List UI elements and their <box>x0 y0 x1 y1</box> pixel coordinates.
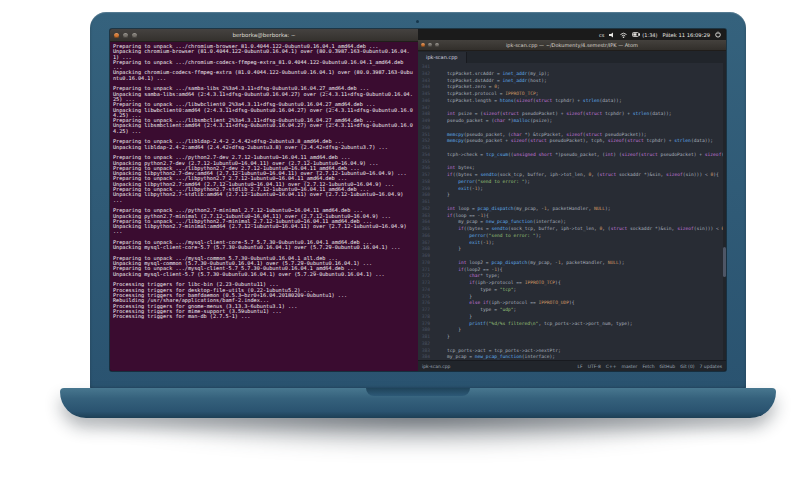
terminal-titlebar[interactable]: berborka@berborka: ~ <box>110 29 418 42</box>
line-number: 378 <box>418 314 430 321</box>
session-menu[interactable] <box>715 31 721 38</box>
minimize-button[interactable] <box>123 33 128 38</box>
line-number: 349 <box>418 118 430 125</box>
right-column: cs (1:34) Pátek 11 16:09:29 <box>418 29 726 371</box>
status-item-utf-8[interactable]: UTF-8 <box>588 364 601 369</box>
line-number: 370 <box>418 260 430 267</box>
code-line: int loop2 = pcap_dispatch(my_pcap, -1, p… <box>436 260 726 267</box>
terminal-title: berborka@berborka: ~ <box>110 32 418 38</box>
terminal-line: Unpacking libldap-2.4-2:amd64 (2.4.42+df… <box>113 145 415 150</box>
line-number: 374 <box>418 287 430 294</box>
line-number: 351 <box>418 132 430 139</box>
statusbar-filename[interactable]: ipk-scan.cpp <box>422 364 450 369</box>
code-line: tcpPacket.protocol = IPPROTO_TCP; <box>436 91 726 98</box>
line-number: 373 <box>418 280 430 287</box>
code-line: } <box>436 246 726 253</box>
maximize-button[interactable] <box>435 43 439 47</box>
terminal-window: berborka@berborka: ~ Preparing to unpack… <box>110 29 418 371</box>
status-item-lf[interactable]: LF <box>578 364 583 369</box>
line-number: 348 <box>418 111 430 118</box>
terminal-line: Unpacking chromium-codecs-ffmpeg-extra (… <box>113 70 415 81</box>
scrollbar-thumb[interactable] <box>723 247 726 277</box>
code-line <box>436 159 726 166</box>
minimize-button[interactable] <box>428 43 432 47</box>
wifi-icon <box>620 32 627 38</box>
code-line: tcpPacket.dstAddr = inet_addr(host); <box>436 78 726 85</box>
line-number: 365 <box>418 226 430 233</box>
status-item-c-[interactable]: C++ <box>606 364 617 369</box>
network-indicator[interactable] <box>620 32 627 38</box>
line-number: 350 <box>418 125 430 132</box>
line-number: 368 <box>418 246 430 253</box>
terminal-window-buttons <box>110 33 137 38</box>
terminal-output[interactable]: Preparing to unpack .../chromium-browser… <box>110 42 418 371</box>
line-number: 361 <box>418 199 430 206</box>
panel-clock[interactable]: Pátek 11 16:09:29 <box>662 32 710 38</box>
maximize-button[interactable] <box>132 33 137 38</box>
line-number: 354 <box>418 152 430 159</box>
volume-icon <box>609 32 615 38</box>
code-line: if((bytes = sendto(sock_tcp, buffer, iph… <box>436 226 726 233</box>
code-line: tcph->check = tcp_csum((unsigned short *… <box>436 152 726 159</box>
editor-scrollbar[interactable] <box>723 63 726 360</box>
code-line: int psize = (sizeof(struct pseudoPacket)… <box>436 111 726 118</box>
battery-icon <box>632 32 640 37</box>
code-line: } <box>436 334 726 341</box>
code-editor[interactable]: 3413423433443453463473483493503513523533… <box>418 63 726 360</box>
line-number: 341 <box>418 64 430 71</box>
code-line: tcpPacket.length = htons(sizeof(struct t… <box>436 98 726 105</box>
line-number: 376 <box>418 300 430 307</box>
code-line: tcpPacket.srcAddr = inet_addr(my_ip); <box>436 71 726 78</box>
line-number: 346 <box>418 98 430 105</box>
line-number: 352 <box>418 138 430 145</box>
code-line: exit(-1); <box>436 240 726 247</box>
line-number: 356 <box>418 165 430 172</box>
code-line: else if(iph->protocol == IPPROTO_UDP){ <box>436 300 726 307</box>
status-item-git-0-[interactable]: Git (0) <box>680 364 694 369</box>
code-line: int loop = pcap_dispatch(my_pcap, -1, pa… <box>436 206 726 213</box>
code-line: int bytes; <box>436 165 726 172</box>
line-number: 369 <box>418 253 430 260</box>
line-number: 381 <box>418 334 430 341</box>
line-number: 364 <box>418 219 430 226</box>
code-line: type = "udp"; <box>436 307 726 314</box>
terminal-line: Unpacking mysql-client-core-5.7 (5.7.30-… <box>113 245 415 250</box>
line-number: 371 <box>418 267 430 274</box>
desktop-screen: berborka@berborka: ~ Preparing to unpack… <box>110 29 726 371</box>
laptop-base <box>60 388 776 418</box>
status-item-github[interactable]: GitHub <box>660 364 676 369</box>
terminal-line: Unpacking libpython2.7-stdlib:amd64 (2.7… <box>113 192 415 203</box>
code-line: pseudo_packet = (char *)malloc(psize); <box>436 118 726 125</box>
status-item-master[interactable]: master <box>622 364 638 369</box>
code-line: memcpy(pseudo_packet, (char *) &tcpPacke… <box>436 132 726 139</box>
terminal-line: Unpacking mysql-client-5.7 (5.7.30-0ubun… <box>113 272 415 277</box>
line-number-gutter: 3413423433443453463473483493503513523533… <box>418 63 433 360</box>
line-number: 367 <box>418 240 430 247</box>
line-number: 359 <box>418 186 430 193</box>
line-number: 353 <box>418 145 430 152</box>
tab-ipk-scan-cpp[interactable]: ipk-scan.cpp <box>418 52 467 63</box>
line-number: 357 <box>418 172 430 179</box>
atom-titlebar[interactable]: ipk-scan.cpp — ~/Dokumenty/4.semestr/IPK… <box>418 40 726 51</box>
terminal-line: Processing triggers for man-db (2.7.5-1)… <box>113 314 415 319</box>
laptop-base-notch <box>366 388 470 396</box>
power-icon <box>715 31 721 38</box>
line-number: 384 <box>418 354 430 360</box>
battery-indicator[interactable]: (1:34) <box>632 32 657 38</box>
status-item-fetch[interactable]: Fetch <box>642 364 654 369</box>
close-button[interactable] <box>114 33 119 38</box>
atom-window-buttons <box>418 43 439 47</box>
laptop-screen-bezel: berborka@berborka: ~ Preparing to unpack… <box>90 12 746 390</box>
code-pane[interactable]: tcpPacket.srcAddr = inet_addr(my_ip); tc… <box>433 63 726 360</box>
line-number: 372 <box>418 273 430 280</box>
code-line: perror("send to error: "); <box>436 233 726 240</box>
volume-indicator[interactable] <box>609 32 615 38</box>
keyboard-layout-indicator[interactable]: cs <box>599 32 604 38</box>
code-line: } <box>436 327 726 334</box>
code-line: if(loop == -1){ <box>436 213 726 220</box>
close-button[interactable] <box>421 43 425 47</box>
line-number: 382 <box>418 341 430 348</box>
code-line: exit(-1); <box>436 186 726 193</box>
status-item-7-updates[interactable]: 7 updates <box>700 364 723 369</box>
code-line: tcp_ports->act = tcp_ports->act->nextPtr… <box>436 348 726 355</box>
